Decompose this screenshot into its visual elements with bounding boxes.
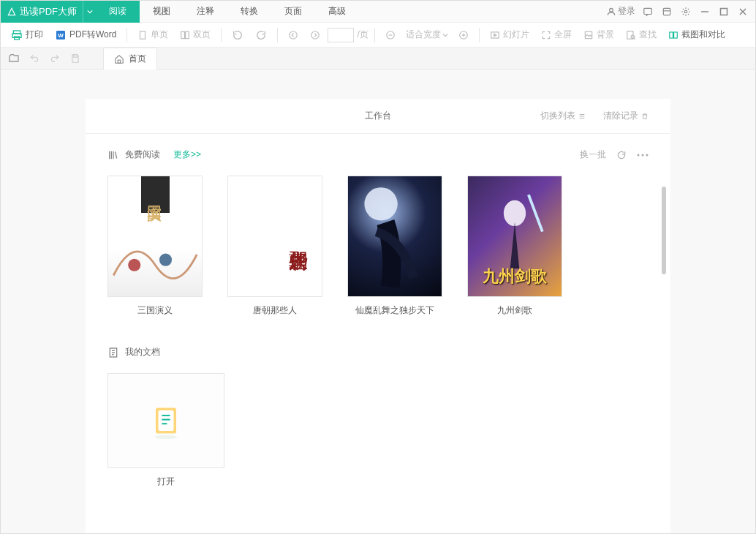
book-item[interactable]: 唐朝那些人 唐朝那些人: [227, 176, 322, 317]
book-item[interactable]: 仙魔乱舞之独步天下: [347, 176, 442, 317]
menu-tab-view[interactable]: 视图: [140, 1, 184, 23]
find-button[interactable]: 查找: [621, 26, 661, 44]
snapshot-icon: [668, 30, 678, 40]
trash-icon: [641, 113, 649, 120]
book-item[interactable]: 三国演义 三国演义: [107, 176, 203, 317]
panel-header: 工作台 切换列表 清除记录: [86, 99, 670, 134]
svg-point-37: [159, 254, 172, 266]
page-sep-label: /页: [357, 29, 368, 41]
tab-home[interactable]: 首页: [103, 48, 157, 69]
double-page-icon: [180, 30, 190, 40]
prev-page-button[interactable]: [284, 27, 303, 43]
svg-point-38: [364, 187, 397, 220]
fullscreen-button[interactable]: 全屏: [537, 26, 576, 44]
zoom-in-button[interactable]: [454, 27, 473, 43]
settings-icon[interactable]: [679, 5, 692, 18]
undo-icon[interactable]: [27, 51, 42, 66]
book-title: 三国演义: [107, 304, 203, 317]
svg-rect-26: [670, 31, 673, 37]
app-menu-dropdown[interactable]: [83, 1, 96, 23]
chevron-down-icon: [442, 32, 448, 38]
svg-point-36: [128, 259, 140, 271]
page-number-input[interactable]: [328, 28, 354, 42]
book-cover: [347, 176, 442, 297]
slideshow-button[interactable]: 幻灯片: [485, 26, 534, 44]
switch-list-button[interactable]: 切换列表: [540, 110, 586, 122]
minimize-icon[interactable]: [698, 5, 711, 18]
menu-tab-read[interactable]: 阅读: [96, 1, 140, 23]
open-document-card[interactable]: [107, 373, 224, 468]
rotate-right-button[interactable]: [251, 26, 271, 44]
book-title: 九州剑歌: [467, 304, 562, 317]
login-button[interactable]: 登录: [606, 5, 635, 18]
separator: [126, 28, 127, 42]
theme-icon[interactable]: [660, 5, 673, 18]
background-icon: [583, 30, 594, 40]
books-icon: [107, 149, 119, 161]
svg-text:W: W: [58, 32, 64, 39]
chat-icon[interactable]: [641, 5, 654, 18]
separator: [277, 28, 278, 42]
home-icon: [114, 54, 124, 64]
workbench-panel: 工作台 切换列表 清除记录 免费阅读 更多>> 换一批: [86, 99, 670, 533]
open-label: 打开: [107, 475, 224, 488]
word-icon: W: [55, 29, 67, 41]
panel-header-actions: 切换列表 清除记录: [540, 110, 649, 122]
menu-tab-advanced[interactable]: 高级: [315, 1, 359, 23]
book-list: 三国演义 三国演义 唐朝那些人 唐朝那些人 仙魔乱舞之独步天下: [86, 168, 670, 331]
app-name: 迅读PDF大师: [20, 5, 77, 18]
menu-tab-page[interactable]: 页面: [271, 1, 315, 23]
svg-point-34: [642, 154, 644, 156]
find-icon: [626, 30, 636, 40]
separator: [374, 28, 375, 42]
refresh-batch-button[interactable]: 换一批: [580, 148, 606, 161]
save-icon[interactable]: [68, 51, 83, 66]
menu-tab-convert[interactable]: 转换: [227, 1, 271, 23]
content-area: 工作台 切换列表 清除记录 免费阅读 更多>> 换一批: [1, 69, 755, 533]
next-page-button[interactable]: [306, 27, 325, 43]
svg-point-15: [311, 31, 320, 39]
svg-rect-1: [644, 8, 652, 14]
rotate-left-button[interactable]: [227, 26, 248, 44]
svg-point-35: [646, 154, 649, 156]
more-link[interactable]: 更多>>: [173, 148, 201, 161]
svg-rect-46: [159, 410, 174, 431]
double-page-button[interactable]: 双页: [175, 26, 215, 44]
single-page-button[interactable]: 单页: [133, 26, 173, 44]
book-item[interactable]: 九州剑歌 九州剑歌: [467, 176, 562, 317]
svg-line-40: [529, 195, 543, 231]
zoom-fit-select[interactable]: 适合宽度: [403, 27, 451, 42]
my-docs-header: 我的文档: [86, 331, 670, 366]
list-icon: [578, 113, 586, 120]
app-logo: 迅读PDF大师: [1, 1, 83, 23]
close-icon[interactable]: [736, 5, 749, 18]
titlebar: 迅读PDF大师 阅读 视图 注释 转换 页面 高级 登录: [1, 1, 755, 23]
svg-rect-27: [673, 31, 677, 37]
open-file-icon[interactable]: [7, 51, 21, 66]
svg-rect-11: [140, 31, 145, 39]
open-illustration-icon: [140, 395, 192, 446]
svg-rect-2: [663, 8, 670, 15]
zoom-out-button[interactable]: [381, 27, 400, 43]
maximize-icon[interactable]: [717, 5, 730, 18]
fullscreen-icon: [541, 30, 551, 40]
clear-history-button[interactable]: 清除记录: [603, 110, 649, 122]
scrollbar[interactable]: [662, 187, 666, 274]
svg-line-25: [634, 38, 635, 40]
background-button[interactable]: 背景: [579, 26, 619, 44]
pdf-to-word-button[interactable]: W PDF转Word: [50, 26, 121, 44]
svg-point-50: [155, 435, 178, 440]
menu-tab-annotate[interactable]: 注释: [184, 1, 227, 23]
print-button[interactable]: 打印: [7, 26, 48, 44]
slideshow-icon: [490, 30, 500, 40]
snapshot-button[interactable]: 截图和对比: [664, 26, 730, 44]
svg-rect-5: [721, 8, 727, 15]
refresh-icon[interactable]: [616, 150, 627, 160]
svg-point-14: [290, 31, 298, 39]
separator: [221, 28, 222, 42]
document-icon: [107, 347, 119, 358]
more-icon[interactable]: [637, 154, 649, 157]
redo-icon[interactable]: [48, 51, 62, 66]
book-cover: 唐朝那些人: [227, 176, 322, 297]
svg-rect-12: [181, 31, 185, 38]
